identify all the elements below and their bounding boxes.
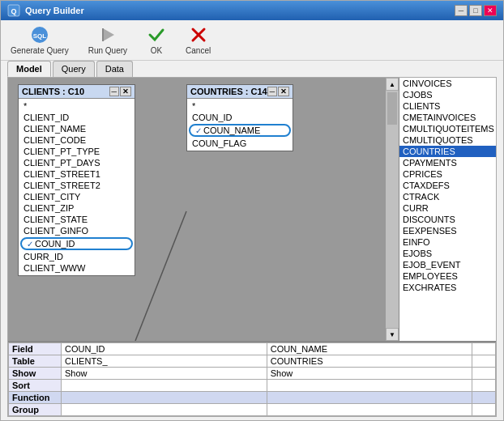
right-panel-item[interactable]: EMPLOYEES	[399, 270, 496, 282]
table-field[interactable]: CLIENT_ZIP	[19, 202, 135, 214]
grid-cell-field-2[interactable]: COUN_NAME	[267, 343, 472, 355]
table-field[interactable]: CLIENT_STREET1	[19, 168, 135, 180]
minimize-button[interactable]: ─	[455, 5, 468, 16]
right-panel-item[interactable]: CMETAINVOICES	[399, 112, 496, 123]
table-field[interactable]: CLIENT_GINFO	[19, 225, 135, 236]
table-field-coun-id[interactable]: ✓ COUN_ID	[20, 237, 133, 250]
scroll-track	[386, 91, 399, 328]
right-panel-item[interactable]: EEXPENSES	[399, 225, 496, 236]
ok-label: OK	[151, 46, 162, 55]
title-bar: Q Query Builder ─ □ ✕	[1, 1, 503, 20]
table-field[interactable]: CLIENT_ID	[19, 112, 135, 123]
table-field[interactable]: COUN_ID	[187, 112, 293, 123]
tab-model[interactable]: Model	[7, 61, 51, 77]
scroll-down-button[interactable]: ▼	[386, 328, 399, 341]
grid-cell-show-1[interactable]: Show	[62, 368, 267, 380]
scroll-up-button[interactable]: ▲	[386, 78, 399, 91]
table-field[interactable]: CLIENT_WWW	[19, 262, 135, 274]
table-field[interactable]: CLIENT_PT_DAYS	[19, 157, 135, 168]
grid-cell-function-1[interactable]	[62, 392, 267, 404]
table-field[interactable]: CURR_ID	[19, 251, 135, 262]
generate-query-button[interactable]: SQL Generate Query	[7, 23, 72, 57]
grid-row-field: Field COUN_ID COUN_NAME	[9, 343, 496, 355]
right-panel-item[interactable]: DISCOUNTS	[399, 214, 496, 225]
grid-row-table: Table CLIENTS_ COUNTRIES	[9, 355, 496, 368]
run-query-button[interactable]: Run Query	[85, 23, 130, 57]
clients-table-title: CLIENTS : C10	[22, 87, 84, 96]
scroll-thumb	[387, 92, 397, 125]
grid-cell-field-1[interactable]: COUN_ID	[62, 343, 267, 355]
table-field[interactable]: COUN_FLAG	[187, 138, 293, 149]
grid-cell-show-empty[interactable]	[472, 368, 496, 380]
countries-table-controls: ─ ✕	[267, 87, 289, 96]
grid-cell-group-2[interactable]	[267, 404, 472, 416]
ok-button[interactable]: OK	[143, 23, 169, 57]
grid-cell-group-1[interactable]	[62, 404, 267, 416]
title-controls: ─ □ ✕	[455, 5, 497, 16]
right-panel-item[interactable]: CINVOICES	[399, 78, 496, 89]
table-field[interactable]: CLIENT_NAME	[19, 123, 135, 134]
right-panel-item[interactable]: CPRICES	[399, 168, 496, 180]
table-field[interactable]: CLIENT_STREET2	[19, 180, 135, 191]
grid-cell-table-empty[interactable]	[472, 355, 496, 368]
grid-cell-sort-empty[interactable]	[472, 380, 496, 392]
right-panel-item[interactable]: EJOBS	[399, 248, 496, 259]
right-panel-item[interactable]: EJOB_EVENT	[399, 259, 496, 270]
check-icon: ✓	[27, 240, 33, 249]
right-panel-item[interactable]: CMULTIQUOTEITEMS	[399, 123, 496, 134]
table-field[interactable]: CLIENT_CITY	[19, 191, 135, 202]
grid-cell-sort-1[interactable]	[62, 380, 267, 392]
table-field[interactable]: *	[187, 100, 293, 112]
svg-marker-4	[103, 28, 114, 41]
grid-cell-table-1[interactable]: CLIENTS_	[62, 355, 267, 368]
run-icon	[98, 25, 117, 45]
table-field-coun-name[interactable]: ✓ COUN_NAME	[189, 124, 291, 137]
cancel-button[interactable]: Cancel	[182, 23, 214, 57]
grid-cell-group-empty[interactable]	[472, 404, 496, 416]
right-panel-item[interactable]: CMULTIQUOTES	[399, 134, 496, 146]
grid-cell-show-2[interactable]: Show	[267, 368, 472, 380]
countries-table-title: COUNTRIES : C14	[190, 87, 267, 96]
grid-row-show: Show Show Show	[9, 368, 496, 380]
right-panel-item[interactable]: CTRACK	[399, 191, 496, 202]
right-panel-item[interactable]: CURR	[399, 202, 496, 214]
table-field[interactable]: *	[19, 100, 135, 112]
countries-table-body: * COUN_ID ✓ COUN_NAME COUN_FLAG	[187, 99, 293, 151]
grid-cell-field-empty[interactable]	[472, 343, 496, 355]
clients-table-widget: CLIENTS : C10 ─ ✕ * CLIENT_ID CLIENT_NAM…	[18, 84, 135, 276]
sql-icon: SQL	[30, 25, 49, 45]
right-panel-item-selected[interactable]: COUNTRIES	[399, 146, 496, 157]
countries-close-button[interactable]: ✕	[278, 87, 289, 96]
grid-label-table: Table	[9, 355, 62, 368]
table-field[interactable]: CLIENT_STATE	[19, 214, 135, 225]
grid-cell-function-empty[interactable]	[472, 392, 496, 404]
grid-label-group: Group	[9, 404, 62, 416]
clients-close-button[interactable]: ✕	[120, 87, 131, 96]
tab-data[interactable]: Data	[96, 61, 133, 77]
grid-row-function: Function	[9, 392, 496, 404]
right-panel-item[interactable]: CJOBS	[399, 89, 496, 100]
table-field[interactable]: CLIENT_PT_TYPE	[19, 146, 135, 157]
right-panel-item[interactable]: CTAXDEFS	[399, 180, 496, 191]
app-icon: Q	[7, 4, 20, 17]
countries-minimize-button[interactable]: ─	[267, 87, 277, 96]
grid-cell-sort-2[interactable]	[267, 380, 472, 392]
canvas-and-panel: ▲ ▼ CLIENTS : C10 ─ ✕	[8, 78, 496, 341]
clients-table-header: CLIENTS : C10 ─ ✕	[19, 85, 135, 99]
svg-text:Q: Q	[11, 7, 16, 15]
table-field[interactable]: CLIENT_CODE	[19, 134, 135, 146]
right-panel-item[interactable]: EINFO	[399, 236, 496, 248]
right-panel-list: CINVOICES CJOBS CLIENTS CMETAINVOICES CM…	[399, 78, 496, 341]
content-panel: ▲ ▼ CLIENTS : C10 ─ ✕	[7, 77, 497, 417]
run-query-label: Run Query	[88, 46, 127, 55]
maximize-button[interactable]: □	[469, 5, 482, 16]
grid-cell-table-2[interactable]: COUNTRIES	[267, 355, 472, 368]
right-panel-item[interactable]: CPAYMENTS	[399, 157, 496, 168]
tab-query[interactable]: Query	[53, 61, 95, 77]
close-button[interactable]: ✕	[484, 5, 497, 16]
clients-minimize-button[interactable]: ─	[109, 87, 119, 96]
right-panel-item[interactable]: EXCHRATES	[399, 282, 496, 293]
clients-table-body: * CLIENT_ID CLIENT_NAME CLIENT_CODE CLIE…	[19, 99, 135, 275]
right-panel-item[interactable]: CLIENTS	[399, 100, 496, 112]
grid-cell-function-2[interactable]	[267, 392, 472, 404]
